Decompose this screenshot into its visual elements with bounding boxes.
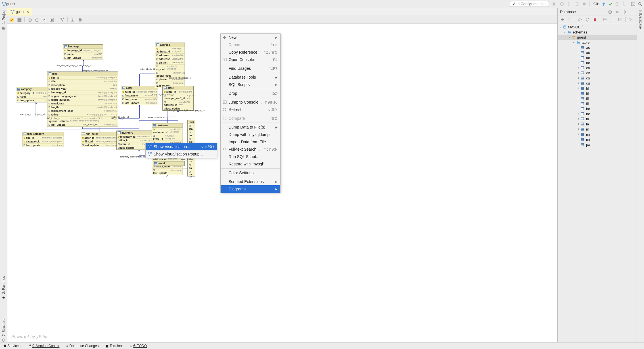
tree-row[interactable]: fil: [558, 91, 637, 96]
profiler-icon[interactable]: [574, 2, 579, 6]
tree-row[interactable]: guest: [558, 35, 637, 40]
run-icon[interactable]: [552, 2, 557, 6]
diagram-canvas[interactable]: Powered by yFiles language language_idti…: [7, 24, 557, 342]
menu-item[interactable]: Database Tools▸: [221, 73, 280, 81]
duplicate-icon[interactable]: [567, 17, 572, 22]
hide-icon[interactable]: [630, 10, 634, 14]
refresh-icon[interactable]: [578, 17, 582, 22]
coverage-icon[interactable]: [567, 2, 572, 6]
close-icon[interactable]: ✕: [26, 10, 29, 14]
stop-icon[interactable]: [582, 2, 586, 6]
menu-item[interactable]: Dump Data to File(s)▸: [221, 123, 280, 131]
tree-row[interactable]: pa: [558, 142, 637, 147]
services-button[interactable]: ⬣Services: [3, 344, 20, 348]
tree-row[interactable]: ac: [558, 50, 637, 55]
zoom-fit-icon[interactable]: [49, 18, 54, 22]
menu-item[interactable]: Drop⌦: [221, 90, 280, 97]
tree-row[interactable]: ca: [558, 65, 637, 70]
menu-item[interactable]: QLJump to Console...⇧⌘F10: [221, 98, 280, 106]
layout-icon[interactable]: [60, 18, 64, 22]
tree-row[interactable]: mi: [558, 132, 637, 137]
stop-icon[interactable]: [593, 17, 597, 22]
tree-row[interactable]: fil: [558, 96, 637, 101]
menu-item[interactable]: Full-text Search...⌥⇧⌘F: [221, 146, 280, 153]
key-columns-icon[interactable]: [10, 18, 14, 22]
project-tool-button[interactable]: 1: Project: [2, 10, 6, 24]
menu-item[interactable]: SQL Scripts▸: [221, 81, 280, 88]
database-tree[interactable]: MySQL2schemas2guesttableacacacaccacitcoc…: [558, 23, 637, 342]
entity-film_category[interactable]: film_category film_idsmallint(5) unsigne…: [22, 132, 64, 147]
submenu-item[interactable]: Show Visualisation Popup...: [146, 150, 217, 158]
git-update-icon[interactable]: [601, 2, 606, 6]
todo-button[interactable]: ≣6: TODO: [129, 344, 147, 348]
sync-icon[interactable]: [585, 17, 590, 22]
menu-item[interactable]: Import Data from File...: [221, 138, 280, 146]
menu-item[interactable]: QLOpen ConsoleF4: [221, 56, 280, 63]
console-icon[interactable]: QL: [618, 17, 622, 22]
print-icon[interactable]: [78, 18, 82, 22]
git-rollback-icon[interactable]: [622, 2, 626, 6]
tree-row[interactable]: m: [558, 127, 637, 132]
breadcrumb[interactable]: guest: [6, 2, 15, 6]
tree-row[interactable]: la: [558, 121, 637, 127]
database-cylinder-icon[interactable]: [638, 10, 643, 14]
tree-row[interactable]: fil: [558, 101, 637, 106]
menu-item[interactable]: Dump with 'mysqldump': [221, 131, 280, 138]
table-view-icon[interactable]: [17, 18, 22, 22]
menu-item[interactable]: Diagrams▸: [221, 185, 280, 193]
tree-row[interactable]: fil: [558, 86, 637, 91]
tree-row[interactable]: hc: [558, 106, 637, 111]
menu-item[interactable]: Find Usages⌥F7: [221, 65, 280, 72]
filter-icon[interactable]: [628, 17, 633, 22]
entity-store[interactable]: store store_idtinyint(3) uns manager_sta…: [162, 86, 194, 111]
tree-row[interactable]: mi: [558, 137, 637, 142]
tree-row[interactable]: schemas2: [558, 30, 637, 35]
target-icon[interactable]: [608, 10, 612, 14]
ide-settings-icon[interactable]: [631, 2, 635, 6]
zoom-out-icon[interactable]: [35, 18, 39, 22]
database-tool-button[interactable]: Database: [639, 14, 643, 29]
menu-item[interactable]: Scripted Extensions▸: [221, 178, 280, 185]
context-menu[interactable]: New▸Rename...⇧F6Copy Reference⌥⇧⌘CQLOpen…: [220, 33, 281, 193]
collapse-icon[interactable]: [615, 10, 620, 14]
db-changes-button[interactable]: ≡Database Changes: [66, 344, 99, 348]
add-icon[interactable]: [560, 17, 564, 22]
add-configuration-button[interactable]: Add Configuration...: [510, 1, 549, 7]
tree-row[interactable]: hc: [558, 111, 637, 116]
tree-row[interactable]: cu: [558, 81, 637, 86]
zoom-in-icon[interactable]: [28, 18, 32, 22]
git-commit-icon[interactable]: [608, 2, 613, 6]
tree-row[interactable]: ac: [558, 45, 637, 50]
submenu-item[interactable]: Show Visualisation...⌥⇧⌘U: [146, 143, 217, 150]
menu-item[interactable]: Restore with 'mysql': [221, 160, 280, 168]
search-everywhere-icon[interactable]: [638, 2, 642, 6]
zoom-actual-icon[interactable]: 1:1: [42, 18, 47, 22]
entity-address[interactable]: address address_idsmallint(5) unsigned a…: [155, 43, 185, 88]
tree-row[interactable]: co: [558, 75, 637, 81]
entity-language[interactable]: language language_idtinyint(3) unsigned …: [63, 44, 103, 60]
terminal-button[interactable]: ▣Terminal: [105, 344, 122, 348]
table-icon[interactable]: [603, 17, 608, 22]
debug-icon[interactable]: [560, 2, 564, 6]
edit-icon[interactable]: [610, 17, 615, 22]
tree-row[interactable]: ac: [558, 55, 637, 60]
menu-item[interactable]: New▸: [221, 34, 280, 41]
structure-tool-button[interactable]: 7: Structure: [2, 319, 6, 336]
editor-tab-guest[interactable]: guest ✕: [7, 8, 32, 16]
folder-icon[interactable]: [1, 26, 6, 30]
export-icon[interactable]: [70, 18, 75, 22]
menu-item[interactable]: Color Settings...: [221, 169, 280, 176]
vcs-button[interactable]: ⎇9: Version Control: [27, 344, 59, 348]
git-history-icon[interactable]: [615, 2, 620, 6]
entity-rental[interactable]: rental: [153, 161, 185, 166]
menu-item[interactable]: Refresh⌥⌘Y: [221, 106, 280, 113]
settings-icon[interactable]: [622, 10, 627, 14]
tree-row[interactable]: cit: [558, 70, 637, 75]
favorites-tool-button[interactable]: 2: Favorites: [2, 276, 6, 294]
tree-row[interactable]: table: [558, 40, 637, 45]
tree-row[interactable]: ac: [558, 60, 637, 65]
tree-row[interactable]: in: [558, 116, 637, 121]
tree-row[interactable]: MySQL2: [558, 24, 637, 30]
menu-item[interactable]: Copy Reference⌥⇧⌘C: [221, 49, 280, 56]
diagrams-submenu[interactable]: Show Visualisation...⌥⇧⌘UShow Visualisat…: [145, 143, 217, 158]
